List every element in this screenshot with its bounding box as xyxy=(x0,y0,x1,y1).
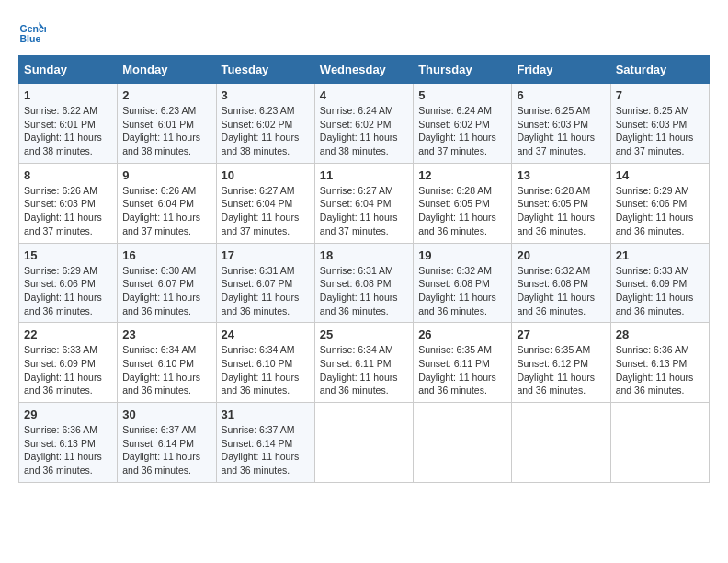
header-day-sunday: Sunday xyxy=(19,56,118,84)
day-info: Sunrise: 6:36 AMSunset: 6:13 PMDaylight:… xyxy=(616,343,704,397)
calendar-cell: 19Sunrise: 6:32 AMSunset: 6:08 PMDayligh… xyxy=(414,243,512,323)
calendar-cell xyxy=(610,403,709,483)
day-info: Sunrise: 6:37 AMSunset: 6:14 PMDaylight:… xyxy=(222,423,310,477)
calendar-cell: 4Sunrise: 6:24 AMSunset: 6:02 PMDaylight… xyxy=(314,84,413,164)
header-day-friday: Friday xyxy=(512,56,610,84)
day-info: Sunrise: 6:32 AMSunset: 6:08 PMDaylight:… xyxy=(418,264,506,318)
calendar-cell: 2Sunrise: 6:23 AMSunset: 6:01 PMDaylight… xyxy=(118,84,216,164)
day-number: 23 xyxy=(122,327,210,341)
week-row-1: 1Sunrise: 6:22 AMSunset: 6:01 PMDaylight… xyxy=(19,84,710,164)
calendar-cell: 28Sunrise: 6:36 AMSunset: 6:13 PMDayligh… xyxy=(610,323,709,403)
calendar-cell: 31Sunrise: 6:37 AMSunset: 6:14 PMDayligh… xyxy=(216,403,314,483)
calendar-cell: 29Sunrise: 6:36 AMSunset: 6:13 PMDayligh… xyxy=(19,403,118,483)
day-number: 30 xyxy=(122,408,210,421)
day-info: Sunrise: 6:34 AMSunset: 6:10 PMDaylight:… xyxy=(122,343,210,397)
calendar-cell: 11Sunrise: 6:27 AMSunset: 6:04 PMDayligh… xyxy=(314,163,413,243)
calendar-cell: 26Sunrise: 6:35 AMSunset: 6:11 PMDayligh… xyxy=(414,323,512,403)
day-number: 11 xyxy=(320,168,408,182)
calendar-cell: 15Sunrise: 6:29 AMSunset: 6:06 PMDayligh… xyxy=(19,243,118,323)
calendar-cell: 7Sunrise: 6:25 AMSunset: 6:03 PMDaylight… xyxy=(610,84,709,164)
day-info: Sunrise: 6:34 AMSunset: 6:11 PMDaylight:… xyxy=(320,343,408,397)
day-number: 7 xyxy=(616,88,704,102)
calendar-cell: 17Sunrise: 6:31 AMSunset: 6:07 PMDayligh… xyxy=(216,243,314,323)
calendar-cell: 6Sunrise: 6:25 AMSunset: 6:03 PMDaylight… xyxy=(512,84,610,164)
day-info: Sunrise: 6:37 AMSunset: 6:14 PMDaylight:… xyxy=(122,423,210,477)
calendar-cell: 12Sunrise: 6:28 AMSunset: 6:05 PMDayligh… xyxy=(414,163,512,243)
week-row-3: 15Sunrise: 6:29 AMSunset: 6:06 PMDayligh… xyxy=(19,243,710,323)
day-number: 25 xyxy=(320,327,408,341)
day-info: Sunrise: 6:27 AMSunset: 6:04 PMDaylight:… xyxy=(222,184,310,238)
day-number: 14 xyxy=(616,168,704,182)
day-number: 2 xyxy=(122,88,210,102)
svg-text:Blue: Blue xyxy=(20,33,41,44)
day-number: 3 xyxy=(222,88,310,102)
day-info: Sunrise: 6:30 AMSunset: 6:07 PMDaylight:… xyxy=(122,264,210,318)
day-info: Sunrise: 6:25 AMSunset: 6:03 PMDaylight:… xyxy=(616,104,704,158)
day-info: Sunrise: 6:33 AMSunset: 6:09 PMDaylight:… xyxy=(616,264,704,318)
day-info: Sunrise: 6:31 AMSunset: 6:08 PMDaylight:… xyxy=(320,264,408,318)
day-info: Sunrise: 6:31 AMSunset: 6:07 PMDaylight:… xyxy=(222,264,310,318)
day-number: 18 xyxy=(320,248,408,262)
day-info: Sunrise: 6:23 AMSunset: 6:01 PMDaylight:… xyxy=(122,104,210,158)
day-number: 6 xyxy=(517,88,605,102)
day-number: 5 xyxy=(418,88,506,102)
header-day-tuesday: Tuesday xyxy=(216,56,314,84)
day-number: 16 xyxy=(122,248,210,262)
header-row: SundayMondayTuesdayWednesdayThursdayFrid… xyxy=(19,56,710,84)
day-number: 15 xyxy=(24,248,112,262)
calendar-cell: 1Sunrise: 6:22 AMSunset: 6:01 PMDaylight… xyxy=(19,84,118,164)
calendar-cell: 18Sunrise: 6:31 AMSunset: 6:08 PMDayligh… xyxy=(314,243,413,323)
day-info: Sunrise: 6:35 AMSunset: 6:11 PMDaylight:… xyxy=(418,343,506,397)
day-number: 4 xyxy=(320,88,408,102)
day-info: Sunrise: 6:24 AMSunset: 6:02 PMDaylight:… xyxy=(320,104,408,158)
day-number: 10 xyxy=(222,168,310,182)
day-number: 21 xyxy=(616,248,704,262)
week-row-2: 8Sunrise: 6:26 AMSunset: 6:03 PMDaylight… xyxy=(19,163,710,243)
day-info: Sunrise: 6:28 AMSunset: 6:05 PMDaylight:… xyxy=(418,184,506,238)
header: General Blue xyxy=(18,18,710,46)
day-info: Sunrise: 6:28 AMSunset: 6:05 PMDaylight:… xyxy=(517,184,605,238)
calendar-cell: 14Sunrise: 6:29 AMSunset: 6:06 PMDayligh… xyxy=(610,163,709,243)
calendar-body: 1Sunrise: 6:22 AMSunset: 6:01 PMDaylight… xyxy=(19,84,710,483)
day-info: Sunrise: 6:29 AMSunset: 6:06 PMDaylight:… xyxy=(24,264,112,318)
header-day-saturday: Saturday xyxy=(610,56,709,84)
calendar-header: SundayMondayTuesdayWednesdayThursdayFrid… xyxy=(19,56,710,84)
day-info: Sunrise: 6:32 AMSunset: 6:08 PMDaylight:… xyxy=(517,264,605,318)
day-number: 31 xyxy=(222,408,310,421)
header-day-wednesday: Wednesday xyxy=(314,56,413,84)
day-number: 27 xyxy=(517,327,605,341)
day-number: 29 xyxy=(24,408,112,421)
week-row-4: 22Sunrise: 6:33 AMSunset: 6:09 PMDayligh… xyxy=(19,323,710,403)
day-info: Sunrise: 6:29 AMSunset: 6:06 PMDaylight:… xyxy=(616,184,704,238)
day-number: 26 xyxy=(418,327,506,341)
day-number: 22 xyxy=(24,327,112,341)
calendar-cell xyxy=(512,403,610,483)
calendar-cell xyxy=(414,403,512,483)
day-info: Sunrise: 6:26 AMSunset: 6:03 PMDaylight:… xyxy=(24,184,112,238)
header-day-monday: Monday xyxy=(118,56,216,84)
day-info: Sunrise: 6:35 AMSunset: 6:12 PMDaylight:… xyxy=(517,343,605,397)
calendar-cell: 20Sunrise: 6:32 AMSunset: 6:08 PMDayligh… xyxy=(512,243,610,323)
day-number: 20 xyxy=(517,248,605,262)
day-number: 13 xyxy=(517,168,605,182)
day-info: Sunrise: 6:26 AMSunset: 6:04 PMDaylight:… xyxy=(122,184,210,238)
day-number: 17 xyxy=(222,248,310,262)
logo-icon: General Blue xyxy=(18,18,46,46)
calendar-cell: 24Sunrise: 6:34 AMSunset: 6:10 PMDayligh… xyxy=(216,323,314,403)
day-number: 19 xyxy=(418,248,506,262)
calendar-cell: 27Sunrise: 6:35 AMSunset: 6:12 PMDayligh… xyxy=(512,323,610,403)
day-info: Sunrise: 6:23 AMSunset: 6:02 PMDaylight:… xyxy=(222,104,310,158)
calendar-cell: 16Sunrise: 6:30 AMSunset: 6:07 PMDayligh… xyxy=(118,243,216,323)
day-info: Sunrise: 6:25 AMSunset: 6:03 PMDaylight:… xyxy=(517,104,605,158)
day-number: 12 xyxy=(418,168,506,182)
calendar-cell: 23Sunrise: 6:34 AMSunset: 6:10 PMDayligh… xyxy=(118,323,216,403)
calendar-cell: 30Sunrise: 6:37 AMSunset: 6:14 PMDayligh… xyxy=(118,403,216,483)
calendar-cell xyxy=(314,403,413,483)
day-info: Sunrise: 6:34 AMSunset: 6:10 PMDaylight:… xyxy=(222,343,310,397)
calendar-cell: 21Sunrise: 6:33 AMSunset: 6:09 PMDayligh… xyxy=(610,243,709,323)
calendar-table: SundayMondayTuesdayWednesdayThursdayFrid… xyxy=(18,55,710,483)
week-row-5: 29Sunrise: 6:36 AMSunset: 6:13 PMDayligh… xyxy=(19,403,710,483)
logo: General Blue xyxy=(18,18,46,46)
day-number: 28 xyxy=(616,327,704,341)
day-info: Sunrise: 6:36 AMSunset: 6:13 PMDaylight:… xyxy=(24,423,112,477)
